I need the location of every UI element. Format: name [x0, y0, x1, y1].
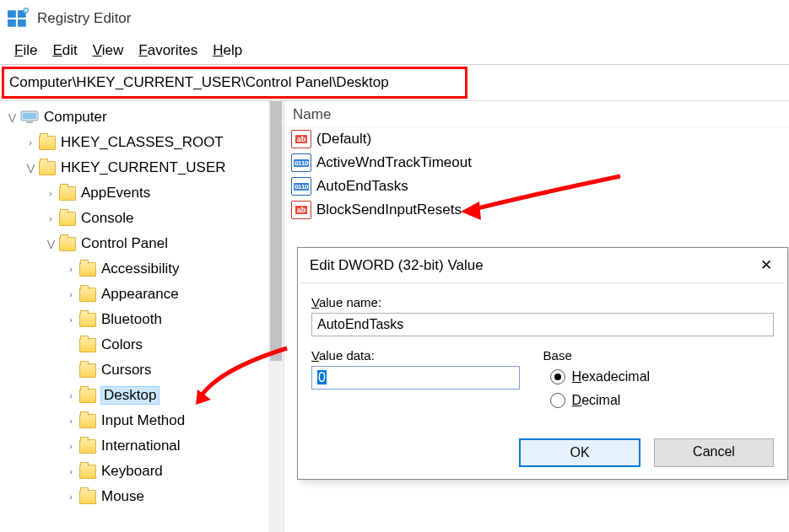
folder-icon — [79, 338, 96, 352]
value-name-label: Value name: — [311, 295, 774, 309]
close-icon[interactable]: ✕ — [757, 256, 775, 274]
tree-label: Control Panel — [81, 235, 168, 252]
radio-decimal[interactable]: Decimal — [550, 393, 774, 408]
radio-label: Hexadecimal — [572, 369, 651, 384]
chevron-right-icon[interactable]: › — [44, 212, 57, 225]
tree-label: AppEvents — [81, 185, 150, 202]
registry-tree[interactable]: ⋁ Computer › HKEY_CLASSES_ROOT ⋁ HKEY_CU… — [0, 101, 284, 509]
tree-node-international[interactable]: › International — [0, 433, 284, 459]
tree-label: Appearance — [101, 286, 179, 303]
tree-node-inputmethod[interactable]: › Input Method — [0, 408, 284, 433]
tree-node-console[interactable]: › Console — [0, 206, 284, 231]
tree-label: Console — [81, 210, 133, 227]
tree-node-controlpanel[interactable]: ⋁ Control Panel — [0, 231, 284, 256]
dword-value-icon: 0110 — [291, 177, 311, 196]
chevron-down-icon[interactable]: ⋁ — [44, 237, 57, 250]
chevron-right-icon[interactable]: › — [64, 389, 78, 402]
chevron-right-icon[interactable]: › — [44, 186, 57, 200]
menu-help[interactable]: Help — [205, 40, 250, 61]
chevron-right-icon[interactable]: › — [64, 414, 78, 427]
value-row[interactable]: ab BlockSendInputResets — [284, 198, 789, 222]
scrollbar[interactable] — [268, 101, 284, 532]
radio-hexadecimal[interactable]: Hexadecimal — [550, 369, 774, 384]
chevron-right-icon[interactable]: › — [64, 262, 78, 276]
chevron-right-icon[interactable]: › — [64, 287, 78, 301]
svg-rect-2 — [8, 19, 16, 27]
tree-label: Desktop — [101, 387, 159, 404]
edit-dword-dialog: Edit DWORD (32-bit) Value ✕ Value name: … — [297, 247, 788, 480]
tree-node-bluetooth[interactable]: › Bluetooth — [0, 307, 284, 332]
menu-bar: File Edit View Favorites Help — [0, 37, 789, 64]
folder-icon — [79, 363, 96, 378]
chevron-right-icon[interactable]: › — [24, 136, 37, 149]
tree-node-colors[interactable]: › Colors — [0, 332, 284, 357]
tree-node-computer[interactable]: ⋁ Computer — [0, 105, 284, 130]
value-data-field[interactable]: 0 — [311, 366, 520, 390]
menu-file[interactable]: File — [7, 40, 45, 61]
menu-view[interactable]: View — [85, 40, 132, 61]
folder-icon — [79, 389, 96, 403]
chevron-right-icon[interactable]: › — [64, 490, 78, 503]
folder-icon — [79, 287, 96, 302]
tree-node-accessibility[interactable]: › Accessibility — [0, 256, 284, 282]
value-row-autoendtasks[interactable]: 0110 AutoEndTasks — [284, 175, 789, 198]
tree-panel: ⋁ Computer › HKEY_CLASSES_ROOT ⋁ HKEY_CU… — [0, 101, 284, 532]
dialog-button-row: OK Cancel — [298, 430, 787, 479]
folder-icon — [59, 186, 76, 201]
folder-icon — [59, 237, 76, 251]
chevron-down-icon[interactable]: ⋁ — [5, 110, 19, 124]
tree-label: Bluetooth — [101, 311, 162, 328]
folder-icon — [39, 136, 56, 150]
value-row-default[interactable]: ab (Default) — [284, 127, 789, 151]
chevron-right-icon[interactable]: › — [64, 439, 78, 453]
folder-icon — [39, 161, 56, 175]
dialog-titlebar[interactable]: Edit DWORD (32-bit) Value ✕ — [298, 248, 787, 282]
folder-icon — [79, 490, 96, 504]
svg-rect-6 — [23, 113, 36, 119]
value-name-field[interactable]: AutoEndTasks — [311, 313, 774, 336]
app-title: Registry Editor — [37, 10, 131, 27]
folder-icon — [79, 439, 96, 454]
value-name: ActiveWndTrackTimeout — [316, 154, 472, 171]
tree-label: Accessibility — [101, 261, 180, 277]
tree-node-hkcu[interactable]: ⋁ HKEY_CURRENT_USER — [0, 155, 284, 180]
tree-label: Cursors — [101, 362, 152, 379]
tree-node-cursors[interactable]: › Cursors — [0, 357, 284, 383]
radio-icon[interactable] — [550, 393, 565, 408]
computer-icon — [20, 110, 39, 124]
address-bar[interactable]: Computer\HKEY_CURRENT_USER\Control Panel… — [2, 67, 467, 99]
tree-label: Computer — [44, 109, 107, 126]
svg-rect-7 — [26, 121, 33, 123]
menu-favorites[interactable]: Favorites — [131, 40, 205, 61]
string-value-icon: ab — [291, 130, 311, 148]
value-row[interactable]: 0110 ActiveWndTrackTimeout — [284, 151, 789, 175]
value-name: (Default) — [316, 131, 371, 148]
tree-node-keyboard[interactable]: › Keyboard — [0, 459, 284, 484]
chevron-right-icon[interactable]: › — [64, 465, 78, 478]
dword-value-icon: 0110 — [291, 153, 311, 172]
ok-button[interactable]: OK — [519, 438, 640, 467]
tree-node-desktop[interactable]: › Desktop — [0, 383, 284, 408]
cancel-button[interactable]: Cancel — [654, 438, 774, 467]
base-legend: Base — [543, 348, 774, 363]
scrollbar-thumb[interactable] — [270, 101, 282, 361]
app-icon — [7, 8, 29, 30]
tree-node-mouse[interactable]: › Mouse — [0, 484, 284, 509]
dialog-body: Value name: AutoEndTasks Value data: 0 B… — [298, 283, 787, 430]
tree-node-appearance[interactable]: › Appearance — [0, 282, 284, 307]
svg-rect-3 — [18, 19, 26, 27]
chevron-down-icon[interactable]: ⋁ — [24, 161, 37, 175]
tree-node-hkcr[interactable]: › HKEY_CLASSES_ROOT — [0, 130, 284, 155]
column-header-name[interactable]: Name — [284, 101, 789, 127]
tree-label: Input Method — [101, 412, 185, 429]
folder-icon — [59, 212, 76, 226]
radio-icon[interactable] — [550, 369, 565, 384]
folder-icon — [79, 465, 96, 479]
base-group: Base Hexadecimal Decimal — [543, 348, 774, 416]
string-value-icon: ab — [291, 201, 311, 219]
value-data-label: Value data: — [311, 348, 520, 363]
value-name: AutoEndTasks — [316, 178, 408, 195]
menu-edit[interactable]: Edit — [45, 40, 84, 61]
tree-node-appevents[interactable]: › AppEvents — [0, 180, 284, 206]
chevron-right-icon[interactable]: › — [64, 313, 78, 326]
